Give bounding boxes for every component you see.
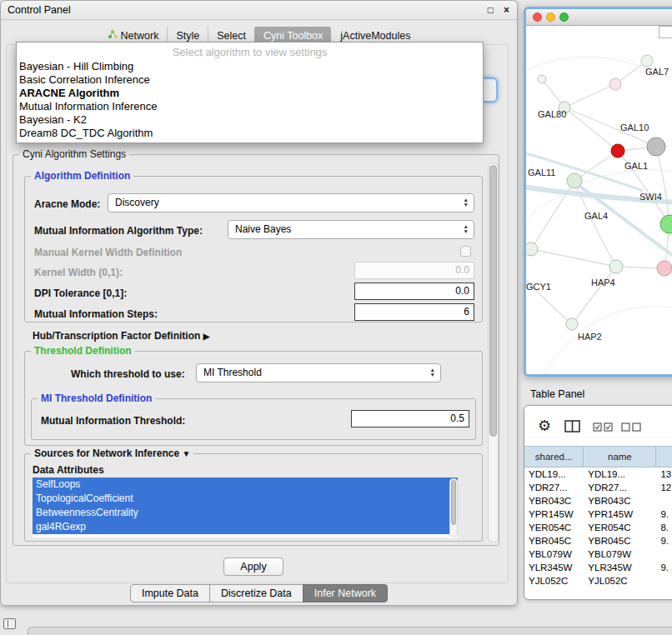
dropdown-item-selected[interactable]: ARACNE Algorithm [17,87,483,100]
sources-collapse-toggle[interactable]: Sources for Network Inference ▼ [31,448,193,459]
cell[interactable]: YJL052C [524,574,584,588]
tab-discretize-data[interactable]: Discretize Data [209,584,303,602]
close-button[interactable] [533,12,542,22]
table-row[interactable]: YPR145W YPR145W 9. [524,508,672,521]
network-node-pink[interactable] [657,261,672,276]
settings-group-title: Cyni Algorithm Settings [19,148,129,160]
which-threshold-select[interactable]: MI Threshold ▲▼ [196,363,441,382]
network-node[interactable] [566,318,578,330]
dropdown-item[interactable]: Mutual Information Inference [17,100,483,113]
show-columns-icon[interactable] [564,420,581,433]
zoom-button[interactable] [559,12,569,22]
cell[interactable]: YBR043C [584,494,656,508]
gear-icon[interactable]: ⚙ [538,417,551,435]
table-toolbar: ⚙ [524,406,672,446]
table-row[interactable]: YJL052C YJL052C [524,574,672,588]
data-attributes-list: SelfLoops TopologicalCoefficient Between… [33,478,458,538]
settings-scrollbar[interactable] [488,162,499,542]
cell[interactable] [656,548,672,561]
tab-label: jActiveModules [340,30,410,42]
cell[interactable] [656,574,672,588]
cell[interactable]: YBR045C [524,534,584,548]
network-node[interactable] [538,75,546,83]
network-node-gray[interactable] [647,138,665,156]
cell[interactable]: 8. [656,521,672,534]
cell[interactable]: YER054C [524,521,584,534]
mi-steps-field[interactable]: 6 [354,303,474,321]
network-node[interactable] [609,260,623,273]
cell[interactable]: 12 [656,481,672,494]
table-row[interactable]: YDR27... YDR27... 12 [524,481,672,494]
column-header-partial[interactable] [656,446,672,468]
cell[interactable]: YDR27... [524,481,584,494]
close-window-icon[interactable]: × [504,3,509,17]
cell[interactable]: YBL079W [584,548,656,561]
network-node[interactable] [609,78,621,90]
cell[interactable]: YBR043C [524,494,584,508]
network-node-green[interactable] [660,215,672,233]
float-window-button[interactable]: □ [488,3,494,17]
tab-impute-data[interactable]: Impute Data [130,584,210,602]
column-header-shared[interactable]: shared... [524,446,584,468]
hub-definition-toggle[interactable]: Hub/Transcription Factor Definition ▶ [33,330,209,342]
aracne-mode-select[interactable]: Discovery ▲▼ [108,193,474,212]
tab-infer-network[interactable]: Infer Network [303,584,388,602]
aracne-mode-label: Aracne Mode: [34,198,100,210]
minimize-button[interactable] [546,12,555,22]
cell[interactable]: YLR345W [524,561,584,574]
table-row[interactable]: YLR345W YLR345W 9. [524,561,672,574]
clear-all-checkboxes-icon[interactable] [621,422,643,432]
cell[interactable]: YPR145W [584,508,656,521]
cell[interactable]: YBL079W [524,548,584,561]
cell[interactable]: YJL052C [584,574,656,588]
node-label: GAL10 [620,122,649,132]
list-item[interactable]: gal4RGexp [33,520,458,534]
cell[interactable]: YER054C [584,521,656,534]
table-row[interactable]: YBL079W YBL079W [524,548,672,561]
canvas-scrollbar-button[interactable] [659,26,672,38]
network-canvas[interactable]: GAL80 GAL10 GAL11 GAL1 SWI4 GAL4 GCY1 HA… [526,26,672,374]
cell[interactable]: YPR145W [524,508,584,521]
cell[interactable]: YDL19... [524,468,584,481]
cell[interactable] [656,494,672,508]
dropdown-item[interactable]: Basic Correlation Inference [17,73,483,87]
cell[interactable]: YLR345W [584,561,656,574]
table-row[interactable]: YBR045C YBR045C 9. [524,534,672,548]
dpi-tolerance-field[interactable]: 0.0 [354,282,474,300]
attributes-scrollbar-thumb[interactable] [451,480,456,525]
cell[interactable]: 9. [656,561,672,574]
mi-threshold-field[interactable]: 0.5 [351,410,469,428]
table-row[interactable]: YER054C YER054C 8. [524,521,672,534]
network-node[interactable] [567,173,582,188]
apply-button[interactable]: Apply [223,558,283,576]
network-node[interactable] [526,242,538,256]
column-header-name[interactable]: name [584,446,656,468]
kernel-width-field[interactable]: 0.0 [354,262,474,279]
network-node[interactable] [641,55,653,67]
table-row[interactable]: YBR043C YBR043C [524,494,672,508]
tab-label: Style [176,30,199,42]
mi-type-label: Mutual Information Algorithm Type: [34,225,203,237]
which-threshold-label: Which threshold to use: [71,368,185,380]
cell[interactable]: 13 [656,468,672,481]
network-node-red[interactable] [611,144,624,158]
cell[interactable]: 9. [656,534,672,548]
cell[interactable]: YDL19... [584,468,656,481]
table-row[interactable]: YDL19... YDL19... 13 [524,468,672,481]
settings-scrollbar-thumb[interactable] [489,165,497,437]
cell[interactable]: 9. [656,508,672,521]
cell[interactable]: YDR27... [584,481,656,494]
which-threshold-value: MI Threshold [203,367,262,378]
select-all-checkboxes-icon[interactable] [593,422,614,432]
list-item[interactable]: BetweennessCentrality [33,506,458,520]
dropdown-item[interactable]: Bayesian - Hill Climbing [17,60,483,73]
list-item[interactable]: SelfLoops [33,478,458,492]
dropdown-item[interactable]: Dream8 DC_TDC Algorithm [17,127,483,140]
list-item[interactable]: TopologicalCoefficient [33,492,458,506]
manual-kernel-checkbox[interactable] [460,246,471,257]
attributes-list-scrollbar[interactable] [449,478,458,537]
restore-panel-icon[interactable] [3,618,16,629]
mi-type-select[interactable]: Naive Bayes ▲▼ [228,220,474,239]
cell[interactable]: YBR045C [584,534,656,548]
dropdown-item[interactable]: Bayesian - K2 [17,113,483,127]
